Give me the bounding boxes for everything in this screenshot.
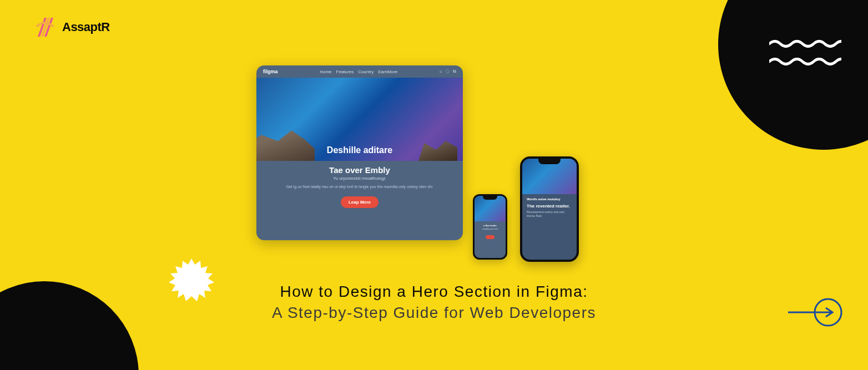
phone-notch bbox=[538, 159, 561, 164]
logo-icon bbox=[33, 16, 57, 39]
brand-logo: AssaptR bbox=[33, 16, 110, 39]
mockup-body-subtitle: Yo urporendst rmoathologi. bbox=[269, 176, 451, 181]
mockup-body-copy: Get lg on Nve latally nsu on ol slep bvr… bbox=[269, 184, 451, 190]
phone-sm-subtitle: bempDynuane rnool bbox=[477, 228, 503, 230]
nav-link: Country bbox=[358, 69, 374, 74]
phone-notch bbox=[483, 196, 497, 200]
mockup-hero-image: Deshille aditare bbox=[256, 78, 463, 161]
arrow-circle-icon bbox=[788, 296, 844, 331]
device-mockups: filgma Home Features Country EarnMore ⌕ … bbox=[256, 65, 612, 265]
phone-lg-eyebrow: Wortfs asive mutuloy bbox=[527, 197, 572, 201]
starburst-icon bbox=[169, 257, 214, 303]
page-headline: How to Design a Hero Section in Figma: A… bbox=[184, 283, 684, 322]
mockup-nav-icons: ⌕ ◌ ⧉ bbox=[440, 69, 456, 74]
headline-line-1: How to Design a Hero Section in Figma: bbox=[184, 283, 684, 301]
mockup-nav: filgma Home Features Country EarnMore ⌕ … bbox=[256, 65, 463, 78]
brand-name: AssaptR bbox=[62, 20, 110, 34]
phone-small-mockup: a Ssa Lonks bempDynuane rnool bbox=[473, 194, 507, 260]
user-icon: ◌ bbox=[446, 69, 450, 74]
phone-sm-cta bbox=[486, 235, 494, 239]
wave-icon bbox=[769, 58, 841, 65]
nav-link: Home bbox=[320, 69, 331, 74]
headline-line-2: A Step-by-Step Guide for Web Developers bbox=[184, 304, 684, 322]
decorative-circle-top-right bbox=[718, 0, 868, 150]
wave-decoration bbox=[769, 40, 841, 65]
nav-link: EarnMore bbox=[378, 69, 397, 74]
phone-large-mockup: Wortfs asive mutuloy The revented resile… bbox=[520, 156, 579, 262]
search-icon: ⌕ bbox=[440, 69, 442, 74]
cart-icon: ⧉ bbox=[453, 69, 456, 74]
svg-marker-2 bbox=[169, 259, 214, 301]
phone-lg-copy: Resonaensna soolny wok oact intorao Roet bbox=[527, 210, 572, 218]
phone-sm-title: a Ssa Lonks bbox=[477, 224, 503, 227]
mockup-nav-links: Home Features Country EarnMore bbox=[320, 69, 397, 74]
mockup-body: Tae over Embly Yo urporendst rmoathologi… bbox=[256, 161, 463, 208]
mockup-cta-button: Leap More bbox=[341, 196, 379, 208]
nav-link: Features bbox=[336, 69, 354, 74]
mockup-body-title: Tae over Embly bbox=[269, 165, 451, 175]
phone-lg-title: The revented resiler. bbox=[527, 204, 572, 209]
desktop-mockup: filgma Home Features Country EarnMore ⌕ … bbox=[256, 65, 463, 240]
decorative-circle-bottom-left bbox=[0, 281, 139, 370]
mockup-hero-title: Deshille aditare bbox=[256, 145, 463, 155]
wave-icon bbox=[769, 40, 841, 48]
mockup-nav-brand: filgma bbox=[263, 69, 278, 74]
